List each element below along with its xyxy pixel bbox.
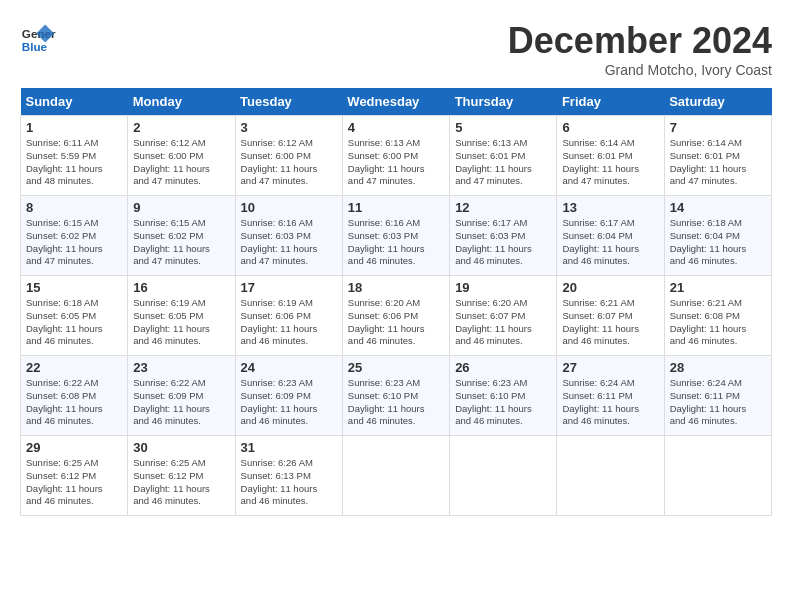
day-cell: 28Sunrise: 6:24 AM Sunset: 6:11 PM Dayli… [664,356,771,436]
day-number: 30 [133,440,229,455]
location: Grand Motcho, Ivory Coast [508,62,772,78]
day-number: 27 [562,360,658,375]
day-info: Sunrise: 6:20 AM Sunset: 6:07 PM Dayligh… [455,297,551,348]
day-info: Sunrise: 6:22 AM Sunset: 6:08 PM Dayligh… [26,377,122,428]
day-cell: 27Sunrise: 6:24 AM Sunset: 6:11 PM Dayli… [557,356,664,436]
day-info: Sunrise: 6:15 AM Sunset: 6:02 PM Dayligh… [26,217,122,268]
day-info: Sunrise: 6:11 AM Sunset: 5:59 PM Dayligh… [26,137,122,188]
day-cell: 23Sunrise: 6:22 AM Sunset: 6:09 PM Dayli… [128,356,235,436]
day-info: Sunrise: 6:16 AM Sunset: 6:03 PM Dayligh… [241,217,337,268]
day-cell: 1Sunrise: 6:11 AM Sunset: 5:59 PM Daylig… [21,116,128,196]
day-info: Sunrise: 6:25 AM Sunset: 6:12 PM Dayligh… [133,457,229,508]
weekday-header-wednesday: Wednesday [342,88,449,116]
day-info: Sunrise: 6:23 AM Sunset: 6:09 PM Dayligh… [241,377,337,428]
day-number: 14 [670,200,766,215]
day-info: Sunrise: 6:18 AM Sunset: 6:05 PM Dayligh… [26,297,122,348]
day-number: 28 [670,360,766,375]
day-cell: 31Sunrise: 6:26 AM Sunset: 6:13 PM Dayli… [235,436,342,516]
calendar-table: SundayMondayTuesdayWednesdayThursdayFrid… [20,88,772,516]
day-number: 5 [455,120,551,135]
day-number: 9 [133,200,229,215]
day-number: 3 [241,120,337,135]
weekday-header-saturday: Saturday [664,88,771,116]
day-info: Sunrise: 6:22 AM Sunset: 6:09 PM Dayligh… [133,377,229,428]
day-number: 13 [562,200,658,215]
day-cell: 10Sunrise: 6:16 AM Sunset: 6:03 PM Dayli… [235,196,342,276]
day-cell: 13Sunrise: 6:17 AM Sunset: 6:04 PM Dayli… [557,196,664,276]
day-info: Sunrise: 6:12 AM Sunset: 6:00 PM Dayligh… [241,137,337,188]
day-info: Sunrise: 6:23 AM Sunset: 6:10 PM Dayligh… [455,377,551,428]
day-info: Sunrise: 6:13 AM Sunset: 6:01 PM Dayligh… [455,137,551,188]
day-cell: 3Sunrise: 6:12 AM Sunset: 6:00 PM Daylig… [235,116,342,196]
day-cell: 8Sunrise: 6:15 AM Sunset: 6:02 PM Daylig… [21,196,128,276]
day-cell: 17Sunrise: 6:19 AM Sunset: 6:06 PM Dayli… [235,276,342,356]
day-cell: 30Sunrise: 6:25 AM Sunset: 6:12 PM Dayli… [128,436,235,516]
day-number: 15 [26,280,122,295]
day-number: 19 [455,280,551,295]
day-cell: 16Sunrise: 6:19 AM Sunset: 6:05 PM Dayli… [128,276,235,356]
day-number: 6 [562,120,658,135]
day-number: 20 [562,280,658,295]
day-number: 8 [26,200,122,215]
day-number: 2 [133,120,229,135]
day-info: Sunrise: 6:16 AM Sunset: 6:03 PM Dayligh… [348,217,444,268]
day-info: Sunrise: 6:17 AM Sunset: 6:03 PM Dayligh… [455,217,551,268]
day-number: 10 [241,200,337,215]
week-row-1: 1Sunrise: 6:11 AM Sunset: 5:59 PM Daylig… [21,116,772,196]
day-number: 26 [455,360,551,375]
day-number: 24 [241,360,337,375]
day-cell [664,436,771,516]
day-cell: 12Sunrise: 6:17 AM Sunset: 6:03 PM Dayli… [450,196,557,276]
day-number: 1 [26,120,122,135]
day-number: 11 [348,200,444,215]
logo: General Blue [20,20,56,56]
day-info: Sunrise: 6:14 AM Sunset: 6:01 PM Dayligh… [670,137,766,188]
day-cell: 21Sunrise: 6:21 AM Sunset: 6:08 PM Dayli… [664,276,771,356]
day-number: 17 [241,280,337,295]
weekday-header-friday: Friday [557,88,664,116]
week-row-3: 15Sunrise: 6:18 AM Sunset: 6:05 PM Dayli… [21,276,772,356]
day-info: Sunrise: 6:24 AM Sunset: 6:11 PM Dayligh… [562,377,658,428]
weekday-header-monday: Monday [128,88,235,116]
day-info: Sunrise: 6:14 AM Sunset: 6:01 PM Dayligh… [562,137,658,188]
day-cell: 11Sunrise: 6:16 AM Sunset: 6:03 PM Dayli… [342,196,449,276]
day-number: 22 [26,360,122,375]
day-number: 18 [348,280,444,295]
day-info: Sunrise: 6:19 AM Sunset: 6:05 PM Dayligh… [133,297,229,348]
day-cell: 15Sunrise: 6:18 AM Sunset: 6:05 PM Dayli… [21,276,128,356]
weekday-header-row: SundayMondayTuesdayWednesdayThursdayFrid… [21,88,772,116]
week-row-5: 29Sunrise: 6:25 AM Sunset: 6:12 PM Dayli… [21,436,772,516]
week-row-2: 8Sunrise: 6:15 AM Sunset: 6:02 PM Daylig… [21,196,772,276]
day-number: 31 [241,440,337,455]
day-number: 7 [670,120,766,135]
day-info: Sunrise: 6:25 AM Sunset: 6:12 PM Dayligh… [26,457,122,508]
day-cell: 24Sunrise: 6:23 AM Sunset: 6:09 PM Dayli… [235,356,342,436]
day-cell: 22Sunrise: 6:22 AM Sunset: 6:08 PM Dayli… [21,356,128,436]
day-number: 4 [348,120,444,135]
day-info: Sunrise: 6:18 AM Sunset: 6:04 PM Dayligh… [670,217,766,268]
day-cell: 20Sunrise: 6:21 AM Sunset: 6:07 PM Dayli… [557,276,664,356]
day-cell: 29Sunrise: 6:25 AM Sunset: 6:12 PM Dayli… [21,436,128,516]
day-cell [557,436,664,516]
day-info: Sunrise: 6:13 AM Sunset: 6:00 PM Dayligh… [348,137,444,188]
day-cell: 14Sunrise: 6:18 AM Sunset: 6:04 PM Dayli… [664,196,771,276]
day-info: Sunrise: 6:15 AM Sunset: 6:02 PM Dayligh… [133,217,229,268]
day-info: Sunrise: 6:24 AM Sunset: 6:11 PM Dayligh… [670,377,766,428]
logo-icon: General Blue [20,20,56,56]
day-cell: 7Sunrise: 6:14 AM Sunset: 6:01 PM Daylig… [664,116,771,196]
day-cell: 26Sunrise: 6:23 AM Sunset: 6:10 PM Dayli… [450,356,557,436]
day-cell: 6Sunrise: 6:14 AM Sunset: 6:01 PM Daylig… [557,116,664,196]
day-cell: 18Sunrise: 6:20 AM Sunset: 6:06 PM Dayli… [342,276,449,356]
day-info: Sunrise: 6:23 AM Sunset: 6:10 PM Dayligh… [348,377,444,428]
week-row-4: 22Sunrise: 6:22 AM Sunset: 6:08 PM Dayli… [21,356,772,436]
month-title: December 2024 [508,20,772,62]
day-info: Sunrise: 6:21 AM Sunset: 6:08 PM Dayligh… [670,297,766,348]
day-number: 21 [670,280,766,295]
day-number: 16 [133,280,229,295]
day-number: 29 [26,440,122,455]
day-cell: 9Sunrise: 6:15 AM Sunset: 6:02 PM Daylig… [128,196,235,276]
day-info: Sunrise: 6:19 AM Sunset: 6:06 PM Dayligh… [241,297,337,348]
day-number: 12 [455,200,551,215]
day-info: Sunrise: 6:12 AM Sunset: 6:00 PM Dayligh… [133,137,229,188]
day-info: Sunrise: 6:21 AM Sunset: 6:07 PM Dayligh… [562,297,658,348]
